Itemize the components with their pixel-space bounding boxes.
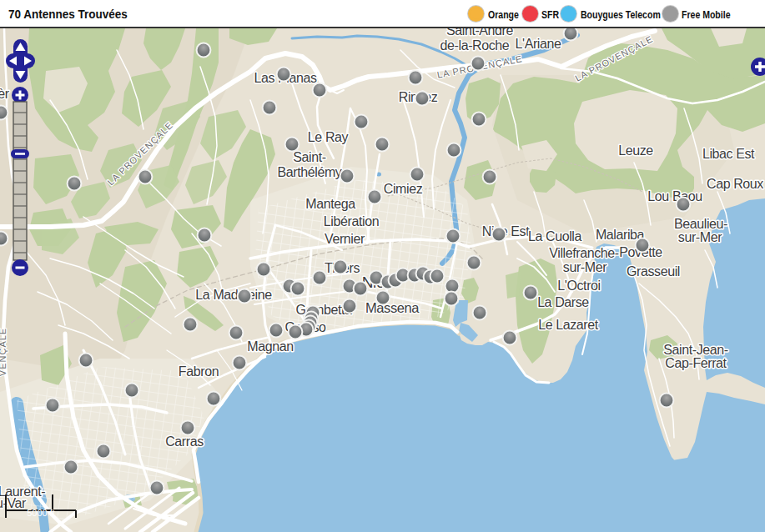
svg-text:sur-Mer: sur-Mer — [563, 260, 607, 274]
svg-text:Cimiez: Cimiez — [384, 182, 423, 196]
svg-text:Mantega: Mantega — [305, 197, 355, 211]
svg-text:VENÇALE: VENÇALE — [0, 328, 8, 376]
svg-text:L'Octroi: L'Octroi — [557, 279, 600, 293]
svg-text:5000 ft: 5000 ft — [27, 508, 55, 518]
svg-text:L'Ariane: L'Ariane — [515, 37, 561, 51]
svg-text:sur-Mer: sur-Mer — [678, 230, 722, 244]
svg-text:Villefranche-: Villefranche- — [549, 246, 619, 260]
svg-text:Fabron: Fabron — [179, 364, 219, 379]
svg-text:Le Ray: Le Ray — [308, 130, 349, 144]
svg-text:Leuze: Leuze — [618, 143, 653, 158]
svg-text:Libération: Libération — [324, 214, 379, 228]
svg-text:La Cuolla: La Cuolla — [528, 229, 582, 243]
svg-text:u-Var: u-Var — [0, 496, 27, 510]
svg-text:Saint-André: Saint-André — [446, 28, 514, 38]
svg-text:Cap Roux: Cap Roux — [707, 177, 763, 191]
svg-text:La Madeleine: La Madeleine — [195, 288, 272, 302]
svg-text:Carras: Carras — [165, 434, 204, 449]
svg-text:La Darse: La Darse — [537, 295, 589, 309]
svg-text:Beaulieu-: Beaulieu- — [674, 217, 727, 231]
svg-text:Barthélémy: Barthélémy — [278, 165, 342, 179]
svg-text:Magnan: Magnan — [247, 339, 293, 354]
svg-text:èr: èr — [0, 87, 10, 101]
svg-text:Cap-Ferrat: Cap-Ferrat — [665, 356, 727, 370]
svg-text:Libac Est: Libac Est — [702, 147, 755, 161]
svg-text:Grasseuil: Grasseuil — [627, 264, 680, 279]
svg-text:Saint-: Saint- — [293, 150, 325, 164]
svg-text:de-la-Roche: de-la-Roche — [440, 38, 510, 53]
svg-text:Vernier: Vernier — [325, 232, 365, 246]
svg-text:Saint-Jean-: Saint-Jean- — [663, 343, 727, 357]
svg-text:Lou Baou: Lou Baou — [647, 189, 702, 203]
svg-text:Le Lazaret: Le Lazaret — [538, 318, 599, 332]
svg-text:Massena: Massena — [365, 300, 420, 315]
